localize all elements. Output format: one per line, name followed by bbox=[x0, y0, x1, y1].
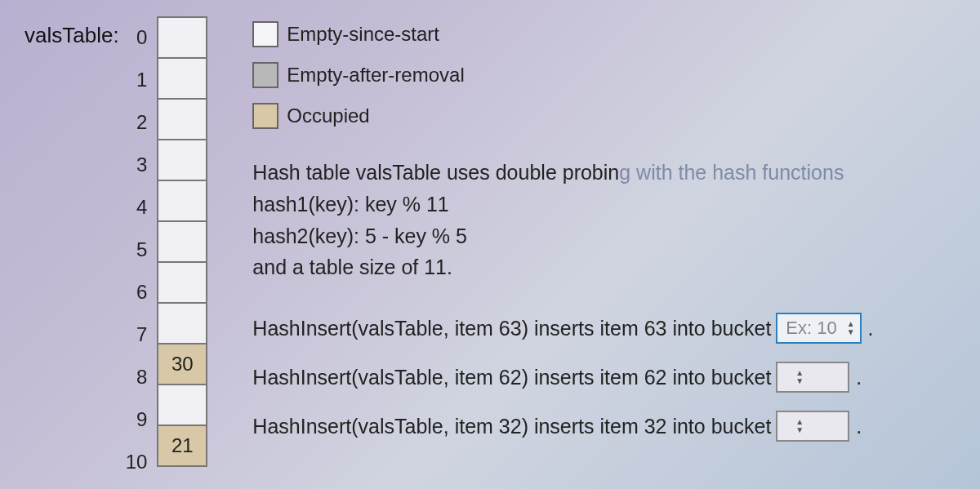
stepper-icon[interactable]: ▲▼ bbox=[795, 369, 804, 385]
desc-line: hash1(key): key % 11 bbox=[252, 189, 956, 220]
table-cell: 21 bbox=[157, 425, 207, 467]
input-placeholder: Ex: 10 bbox=[786, 318, 836, 339]
table-cell bbox=[157, 98, 207, 140]
legend-label: Occupied bbox=[287, 104, 369, 127]
desc-text-faded: g with the hash functions bbox=[619, 161, 844, 184]
index-label: 10 bbox=[126, 441, 151, 483]
question-row-2: HashInsert(valsTable, item 62) inserts i… bbox=[252, 362, 956, 393]
index-label: 4 bbox=[126, 186, 150, 229]
period: . bbox=[868, 317, 874, 340]
desc-line: hash2(key): 5 - key % 5 bbox=[252, 220, 956, 252]
content-column: Empty-since-start Empty-after-removal Oc… bbox=[252, 16, 956, 483]
question-text: HashInsert(valsTable, item 63) inserts i… bbox=[252, 317, 771, 340]
bucket-input-2[interactable]: ▲▼ bbox=[776, 362, 849, 393]
index-label: 6 bbox=[126, 271, 150, 313]
swatch-occupied bbox=[252, 103, 278, 129]
legend-row-occupied: Occupied bbox=[252, 103, 956, 129]
bucket-input-1[interactable]: Ex: 10 ▲▼ bbox=[776, 313, 861, 344]
legend-label: Empty-since-start bbox=[287, 23, 439, 46]
period: . bbox=[856, 366, 862, 389]
desc-line: Hash table valsTable uses double probing… bbox=[252, 157, 956, 189]
index-label: 3 bbox=[126, 144, 150, 186]
question-row-1: HashInsert(valsTable, item 63) inserts i… bbox=[252, 313, 956, 344]
index-label: 1 bbox=[126, 59, 150, 101]
table-cell bbox=[157, 384, 207, 426]
swatch-empty-after-removal bbox=[252, 62, 278, 88]
legend-row-empty-start: Empty-since-start bbox=[252, 21, 956, 47]
legend-row-empty-after-removal: Empty-after-removal bbox=[252, 62, 956, 88]
stepper-icon[interactable]: ▲▼ bbox=[795, 418, 804, 434]
questions: HashInsert(valsTable, item 63) inserts i… bbox=[252, 313, 956, 442]
legend: Empty-since-start Empty-after-removal Oc… bbox=[252, 21, 956, 129]
desc-text: Hash table valsTable uses double probin bbox=[252, 161, 619, 184]
index-label: 2 bbox=[126, 101, 150, 144]
index-label: 8 bbox=[126, 356, 150, 398]
question-text: HashInsert(valsTable, item 32) inserts i… bbox=[252, 415, 771, 438]
table-cell bbox=[157, 180, 207, 222]
bucket-input-3[interactable]: ▲▼ bbox=[776, 411, 849, 442]
legend-label: Empty-after-removal bbox=[287, 64, 464, 87]
index-label: 0 bbox=[126, 16, 150, 59]
table-indices: 0 1 2 3 4 5 6 7 8 9 10 bbox=[126, 16, 151, 483]
table-cell bbox=[157, 57, 207, 100]
table-cell bbox=[157, 261, 207, 304]
question-row-3: HashInsert(valsTable, item 32) inserts i… bbox=[252, 411, 956, 442]
table-cell: 30 bbox=[157, 343, 207, 385]
table-cell bbox=[157, 220, 207, 263]
question-text: HashInsert(valsTable, item 62) inserts i… bbox=[252, 366, 771, 389]
desc-line: and a table size of 11. bbox=[252, 251, 956, 283]
table-cells: 30 21 bbox=[157, 16, 207, 483]
index-label: 5 bbox=[126, 229, 150, 271]
table-cell bbox=[157, 16, 207, 59]
table-label: valsTable: bbox=[24, 16, 119, 483]
table-cell bbox=[157, 302, 207, 345]
period: . bbox=[856, 415, 862, 438]
description: Hash table valsTable uses double probing… bbox=[252, 157, 956, 283]
stepper-icon[interactable]: ▲▼ bbox=[847, 320, 855, 336]
swatch-empty-since-start bbox=[252, 21, 278, 47]
index-label: 7 bbox=[126, 313, 150, 356]
exercise-container: valsTable: 0 1 2 3 4 5 6 7 8 9 10 30 21 bbox=[0, 0, 980, 489]
table-cell bbox=[157, 139, 207, 181]
index-label: 9 bbox=[126, 398, 150, 441]
hash-table-column: valsTable: 0 1 2 3 4 5 6 7 8 9 10 30 21 bbox=[24, 16, 207, 483]
